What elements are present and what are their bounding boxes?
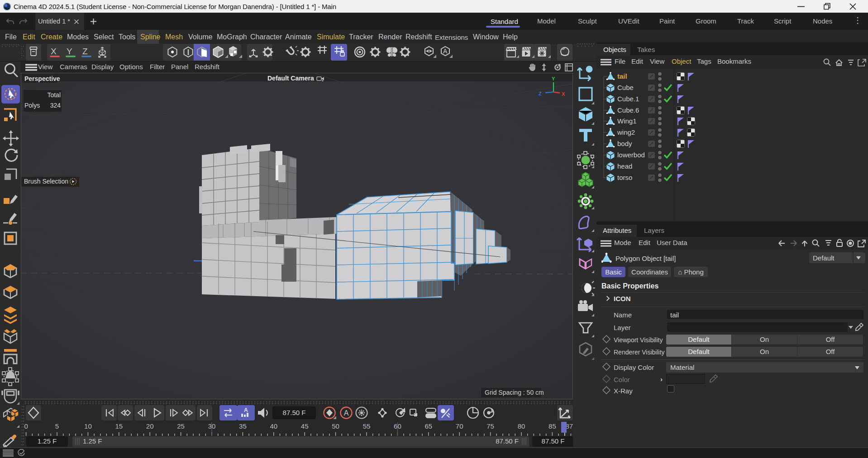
svg-text:87.50 F: 87.50 F — [542, 437, 565, 445]
svg-text:A: A — [344, 409, 349, 417]
svg-text:87.50 F: 87.50 F — [283, 409, 306, 416]
svg-text:0: 0 — [24, 422, 28, 430]
svg-text:25: 25 — [177, 422, 185, 430]
svg-text:35: 35 — [239, 422, 247, 430]
svg-text:Y: Y — [67, 47, 72, 56]
svg-text:lowerbod: lowerbod — [617, 151, 645, 159]
svg-text:87.50 F: 87.50 F — [496, 437, 519, 445]
svg-text:40: 40 — [270, 422, 277, 430]
svg-text:50: 50 — [332, 422, 339, 430]
svg-text:75: 75 — [486, 422, 494, 430]
svg-text:Z: Z — [539, 91, 542, 96]
svg-text:Y: Y — [552, 76, 555, 81]
svg-text:head: head — [617, 162, 632, 170]
svg-text:55: 55 — [363, 422, 371, 430]
svg-text:torso: torso — [617, 174, 632, 181]
svg-text:tail: tail — [617, 72, 627, 80]
svg-text:A: A — [443, 47, 448, 55]
svg-text:45: 45 — [301, 422, 309, 430]
svg-text:A: A — [244, 407, 248, 413]
svg-text:10: 10 — [84, 422, 92, 430]
svg-text:body: body — [617, 140, 632, 147]
svg-text:5: 5 — [55, 422, 59, 430]
svg-text:X: X — [562, 91, 565, 97]
svg-text:85: 85 — [548, 422, 556, 430]
svg-text:15: 15 — [115, 422, 123, 430]
svg-text:70: 70 — [456, 422, 463, 430]
svg-text:Cube.1: Cube.1 — [617, 95, 639, 103]
svg-text:65: 65 — [424, 422, 432, 430]
svg-text:1.25 F: 1.25 F — [83, 437, 102, 445]
svg-text:80: 80 — [518, 422, 525, 430]
svg-text:Z: Z — [82, 47, 88, 56]
svg-text:1.25 F: 1.25 F — [38, 437, 57, 445]
svg-text:Cube: Cube — [617, 84, 634, 91]
svg-text:20: 20 — [146, 422, 154, 430]
svg-text:Cube.6: Cube.6 — [617, 106, 639, 114]
svg-text:wing2: wing2 — [617, 128, 635, 136]
svg-text:Wing1: Wing1 — [617, 117, 637, 125]
svg-text:X: X — [51, 47, 57, 56]
